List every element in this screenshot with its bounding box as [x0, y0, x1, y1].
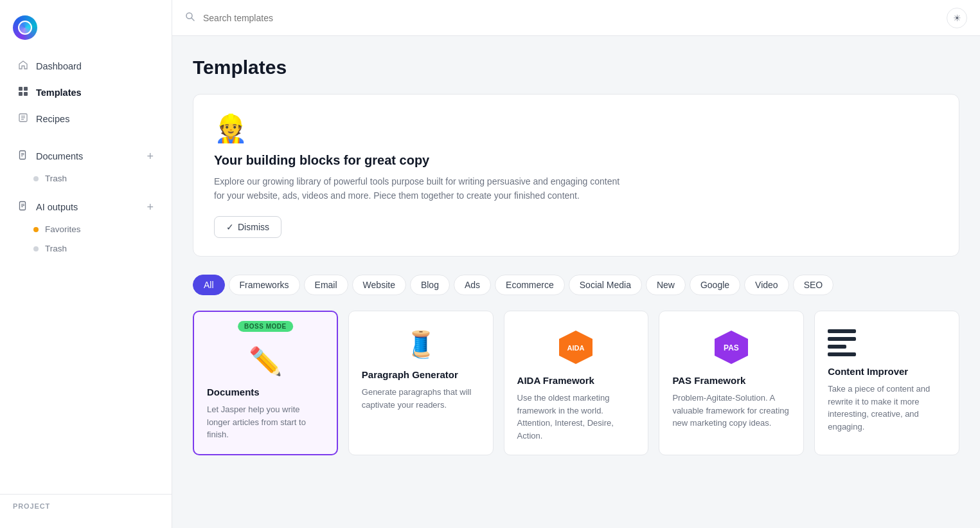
content-area: Templates 👷 Your building blocks for gre… — [172, 36, 980, 528]
sidebar-item-recipes[interactable]: Recipes — [5, 106, 166, 132]
sidebar-favorites-label: Favorites — [45, 224, 81, 234]
filter-tab-ecommerce[interactable]: Ecommerce — [495, 275, 565, 295]
filter-tab-all[interactable]: All — [193, 275, 225, 295]
add-ai-output-button[interactable]: + — [147, 201, 154, 213]
filter-tab-google[interactable]: Google — [690, 275, 740, 295]
card-title-aida: AIDA Framework — [517, 374, 636, 387]
sidebar-nav: Dashboard Templates Recipes — [0, 53, 172, 494]
card-desc-paragraph: Generate paragraphs that will captivate … — [362, 386, 480, 411]
topbar: ☀ — [172, 0, 980, 36]
filter-tab-email[interactable]: Email — [304, 275, 348, 295]
sun-icon: ☀ — [953, 13, 961, 23]
checkmark-icon: ✓ — [226, 222, 234, 232]
page-title: Templates — [193, 57, 959, 78]
filter-tabs: All Frameworks Email Website Blog Ads Ec… — [193, 275, 959, 295]
filter-tab-website[interactable]: Website — [352, 275, 406, 295]
project-label: PROJECT — [13, 502, 50, 510]
banner-description: Explore our growing library of powerful … — [214, 174, 625, 203]
dot-yellow-icon — [33, 227, 39, 232]
aida-icon-container: AIDA — [517, 329, 636, 365]
svg-text:AIDA: AIDA — [567, 344, 585, 352]
card-desc-aida: Use the oldest marketing framework in th… — [517, 392, 636, 442]
sidebar-section-ai-outputs[interactable]: AI outputs + — [5, 194, 166, 219]
filter-tab-new[interactable]: New — [646, 275, 686, 295]
banner-emoji: 👷 — [214, 113, 938, 144]
svg-line-14 — [192, 18, 194, 21]
sidebar-sub-trash2[interactable]: Trash — [5, 239, 166, 258]
sidebar-label-templates: Templates — [36, 87, 82, 98]
search-icon — [185, 12, 195, 24]
dismiss-button[interactable]: ✓ Dismiss — [214, 216, 281, 238]
filter-tab-social-media[interactable]: Social Media — [569, 275, 642, 295]
theme-toggle-button[interactable]: ☀ — [947, 8, 967, 28]
sidebar-label-dashboard: Dashboard — [36, 61, 82, 71]
filter-tab-ads[interactable]: Ads — [454, 275, 491, 295]
card-desc-content-improver: Take a piece of content and rewrite it t… — [828, 383, 946, 433]
card-desc-pas: Problem-Agitate-Solution. A valuable fra… — [672, 392, 790, 430]
dismiss-label: Dismiss — [238, 222, 269, 232]
sidebar-trash-label2: Trash — [45, 244, 67, 253]
sidebar-sub-trash1[interactable]: Trash — [5, 169, 166, 188]
pas-icon-container: PAS — [672, 329, 790, 365]
filter-tab-blog[interactable]: Blog — [410, 275, 450, 295]
sidebar-label-ai-outputs: AI outputs — [36, 202, 78, 212]
filter-tab-video[interactable]: Video — [744, 275, 789, 295]
sidebar: Dashboard Templates Recipes — [0, 0, 172, 528]
home-icon — [18, 60, 28, 73]
template-card-aida[interactable]: AIDA AIDA Framework Use the oldest marke… — [504, 311, 649, 456]
card-title-pas: PAS Framework — [672, 374, 790, 387]
filter-tab-frameworks[interactable]: Frameworks — [229, 275, 300, 295]
card-title-content-improver: Content Improver — [828, 365, 946, 378]
main-area: ☀ Templates 👷 Your building blocks for g… — [172, 0, 980, 528]
sidebar-sub-favorites[interactable]: Favorites — [5, 220, 166, 239]
recipes-icon — [18, 113, 28, 125]
sidebar-item-dashboard[interactable]: Dashboard — [5, 53, 166, 79]
lines-icon-container — [828, 329, 946, 356]
paragraph-icon: 🧵 — [405, 329, 437, 360]
svg-rect-2 — [19, 92, 22, 96]
template-card-content-improver[interactable]: Content Improver Take a piece of content… — [814, 311, 959, 456]
sidebar-label-recipes: Recipes — [36, 114, 69, 124]
dot-icon2 — [33, 246, 39, 251]
document-icon — [18, 150, 28, 162]
boss-mode-badge: BOSS MODE — [238, 321, 293, 332]
template-card-documents[interactable]: BOSS MODE ✏️ Documents Let Jasper help y… — [193, 311, 338, 456]
sidebar-item-templates[interactable]: Templates — [5, 80, 166, 105]
sidebar-trash-label1: Trash — [45, 174, 67, 183]
svg-text:PAS: PAS — [724, 343, 739, 352]
cards-grid: BOSS MODE ✏️ Documents Let Jasper help y… — [193, 311, 959, 456]
search-input[interactable] — [203, 13, 939, 23]
template-card-paragraph-generator[interactable]: 🧵 Paragraph Generator Generate paragraph… — [348, 311, 494, 456]
sidebar-label-documents: Documents — [36, 151, 83, 161]
card-title-documents: Documents — [207, 386, 324, 399]
banner-card: 👷 Your building blocks for great copy Ex… — [193, 94, 959, 257]
filter-tab-seo[interactable]: SEO — [793, 275, 834, 295]
ai-outputs-icon — [18, 201, 28, 213]
documents-icon: ✏️ — [249, 345, 282, 377]
dot-icon — [33, 176, 39, 181]
svg-rect-1 — [24, 87, 28, 91]
add-document-button[interactable]: + — [147, 150, 154, 162]
card-title-paragraph: Paragraph Generator — [362, 369, 480, 381]
sidebar-section-documents[interactable]: Documents + — [5, 143, 166, 168]
sidebar-footer: PROJECT — [0, 494, 172, 518]
logo[interactable] — [0, 10, 172, 53]
svg-rect-3 — [24, 92, 28, 96]
card-desc-documents: Let Jasper help you write longer article… — [207, 403, 324, 441]
banner-heading: Your building blocks for great copy — [214, 153, 938, 168]
svg-rect-0 — [19, 87, 22, 91]
grid-icon — [18, 86, 28, 99]
template-card-pas[interactable]: PAS PAS Framework Problem-Agitate-Soluti… — [659, 311, 804, 456]
